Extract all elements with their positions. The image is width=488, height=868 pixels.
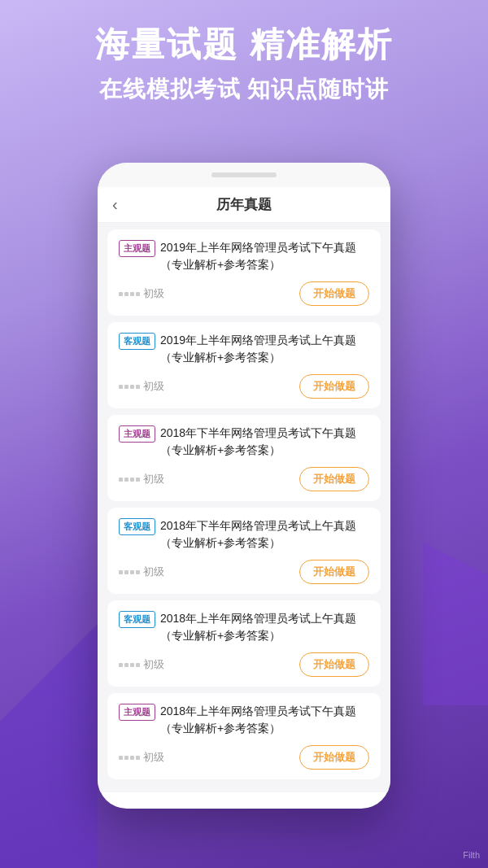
app-title: 历年真题: [216, 195, 272, 214]
question-tag: 主观题: [119, 425, 155, 443]
level-badge: 初级: [119, 657, 164, 672]
decorative-shape-right: [423, 543, 488, 705]
level-badge: 初级: [119, 472, 164, 486]
level-label: 初级: [143, 286, 164, 301]
question-title: 2019年上半年网络管理员考试下午真题（专业解析+参考答案）: [160, 239, 369, 273]
level-badge: 初级: [119, 750, 164, 765]
dot: [119, 663, 123, 667]
level-dots: [119, 663, 140, 667]
dot: [130, 663, 134, 667]
dot: [124, 756, 129, 760]
question-tag: 客观题: [119, 333, 155, 350]
question-tag: 客观题: [119, 611, 155, 628]
level-badge: 初级: [119, 379, 164, 394]
card-bottom: 初级 开始做题: [119, 745, 369, 770]
question-tag: 客观题: [119, 518, 155, 535]
dot: [124, 292, 129, 296]
level-label: 初级: [143, 379, 164, 394]
card-bottom: 初级 开始做题: [119, 560, 369, 584]
card-top: 客观题 2018年上半年网络管理员考试上午真题（专业解析+参考答案）: [119, 610, 369, 644]
dot: [119, 478, 123, 482]
app-header: ‹ 历年真题: [98, 187, 390, 223]
question-card: 主观题 2018年上半年网络管理员考试下午真题（专业解析+参考答案） 初级 开始…: [107, 693, 381, 779]
dot: [136, 663, 140, 667]
dot: [130, 570, 134, 574]
level-dots: [119, 478, 140, 482]
dot: [124, 478, 129, 482]
dot: [136, 385, 140, 389]
question-title: 2018年上半年网络管理员考试上午真题（专业解析+参考答案）: [160, 610, 369, 644]
dot: [136, 478, 140, 482]
back-button[interactable]: ‹: [112, 195, 118, 214]
dot: [119, 385, 123, 389]
start-button[interactable]: 开始做题: [299, 652, 369, 677]
question-title: 2018年上半年网络管理员考试下午真题（专业解析+参考答案）: [160, 703, 369, 737]
question-title: 2018年下半年网络管理员考试上午真题（专业解析+参考答案）: [160, 517, 369, 552]
start-button[interactable]: 开始做题: [299, 745, 369, 770]
level-label: 初级: [143, 565, 164, 579]
dot: [130, 478, 134, 482]
level-dots: [119, 385, 140, 389]
notch-bar: [211, 172, 277, 177]
level-badge: 初级: [119, 565, 164, 579]
start-button[interactable]: 开始做题: [299, 560, 369, 584]
level-dots: [119, 292, 140, 296]
question-card: 客观题 2018年上半年网络管理员考试上午真题（专业解析+参考答案） 初级 开始…: [107, 600, 381, 687]
level-label: 初级: [143, 472, 164, 486]
card-bottom: 初级 开始做题: [119, 467, 369, 491]
dot: [130, 756, 134, 760]
dot: [130, 385, 134, 389]
headline-1: 海量试题 精准解析: [16, 24, 472, 65]
card-top: 主观题 2019年上半年网络管理员考试下午真题（专业解析+参考答案）: [119, 239, 369, 273]
question-title: 2019年上半年网络管理员考试上午真题（专业解析+参考答案）: [160, 332, 369, 366]
level-label: 初级: [143, 750, 164, 765]
level-label: 初级: [143, 657, 164, 672]
question-title: 2018年下半年网络管理员考试下午真题（专业解析+参考答案）: [160, 425, 369, 459]
card-top: 主观题 2018年上半年网络管理员考试下午真题（专业解析+参考答案）: [119, 703, 369, 737]
card-top: 客观题 2019年上半年网络管理员考试上午真题（专业解析+参考答案）: [119, 332, 369, 366]
dot: [124, 570, 129, 574]
dot: [119, 292, 123, 296]
start-button[interactable]: 开始做题: [299, 374, 369, 399]
question-card: 客观题 2019年上半年网络管理员考试上午真题（专业解析+参考答案） 初级 开始…: [107, 322, 381, 408]
question-list: 主观题 2019年上半年网络管理员考试下午真题（专业解析+参考答案） 初级 开始…: [98, 223, 390, 792]
level-dots: [119, 570, 140, 574]
card-top: 客观题 2018年下半年网络管理员考试上午真题（专业解析+参考答案）: [119, 517, 369, 552]
dot: [136, 292, 140, 296]
question-card: 客观题 2018年下半年网络管理员考试上午真题（专业解析+参考答案） 初级 开始…: [107, 508, 381, 594]
dot: [124, 385, 129, 389]
card-bottom: 初级 开始做题: [119, 281, 369, 306]
level-dots: [119, 756, 140, 760]
question-tag: 主观题: [119, 704, 155, 721]
decorative-shape-left: [0, 624, 98, 868]
dot: [136, 756, 140, 760]
dot: [119, 570, 123, 574]
question-card: 主观题 2018年下半年网络管理员考试下午真题（专业解析+参考答案） 初级 开始…: [107, 415, 381, 501]
watermark: Filth: [463, 850, 480, 860]
dot: [119, 756, 123, 760]
dot: [136, 570, 140, 574]
level-badge: 初级: [119, 286, 164, 301]
phone-notch: [98, 163, 390, 187]
start-button[interactable]: 开始做题: [299, 281, 369, 306]
headline-2: 在线模拟考试 知识点随时讲: [16, 73, 472, 105]
dot: [130, 292, 134, 296]
question-card: 主观题 2019年上半年网络管理员考试下午真题（专业解析+参考答案） 初级 开始…: [107, 229, 381, 316]
card-top: 主观题 2018年下半年网络管理员考试下午真题（专业解析+参考答案）: [119, 425, 369, 459]
dot: [124, 663, 129, 667]
phone-mockup: ‹ 历年真题 主观题 2019年上半年网络管理员考试下午真题（专业解析+参考答案…: [98, 163, 390, 809]
start-button[interactable]: 开始做题: [299, 467, 369, 491]
card-bottom: 初级 开始做题: [119, 374, 369, 399]
card-bottom: 初级 开始做题: [119, 652, 369, 677]
question-tag: 主观题: [119, 240, 155, 257]
